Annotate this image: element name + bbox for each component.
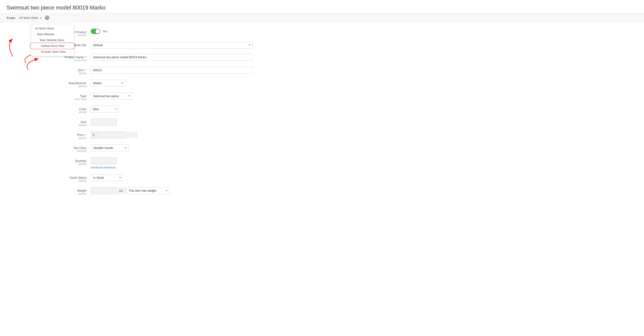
manufacturer-scope: [global]	[43, 85, 86, 87]
stock-status-select[interactable]: In Stock	[91, 174, 123, 181]
weight-row: Weight [global] lbs This item has weight	[43, 187, 253, 195]
arrow-up-icon	[40, 17, 42, 18]
sku-required: *	[85, 68, 86, 72]
enable-product-toggle[interactable]: Yes	[91, 29, 107, 34]
dropdown-item-main-website-store[interactable]: Main Website Store	[31, 37, 74, 43]
price-input[interactable]	[96, 132, 138, 138]
price-label: Price	[77, 133, 84, 137]
type-input-col: Swimsuit two piece	[91, 93, 253, 99]
size-label-col: Size [global]	[43, 119, 91, 126]
manufacturer-row: Manufacturer [global] Marko	[43, 80, 253, 87]
product-name-scope: [store view]	[43, 59, 86, 61]
dropdown-item-default-store-view[interactable]: Default Store View	[31, 43, 74, 49]
manufacturer-label: Manufacturer	[69, 81, 86, 85]
price-currency-symbol: €	[91, 132, 96, 138]
price-row: Price * [global] €	[43, 131, 253, 139]
tax-class-scope: [website]	[43, 150, 86, 152]
sku-label-col: SKU * [global]	[43, 67, 91, 74]
dropdown-item-russian-store-view[interactable]: Russian Store View	[31, 49, 74, 55]
price-label-col: Price * [global]	[43, 131, 91, 139]
stock-status-scope: [global]	[43, 179, 86, 182]
weight-input-wrapper	[91, 187, 117, 194]
page-wrapper: Swimsuit two piece model 80019 Marko Sco…	[0, 0, 644, 336]
weight-input-col: lbs This item has weight	[91, 187, 253, 194]
sku-input[interactable]	[91, 67, 253, 74]
color-row: Color [global] blue	[43, 106, 253, 113]
sku-scope: [global]	[43, 72, 86, 74]
attribute-set-select[interactable]: Default	[91, 42, 253, 48]
quantity-row: Quantity [global] Advanced Inventory	[43, 157, 253, 169]
attribute-set-row: Attribute Set Default	[43, 42, 253, 48]
weight-scope: [global]	[43, 192, 86, 195]
scope-dropdown-button[interactable]: All Store Views	[18, 16, 42, 20]
stock-status-label: Stock Status	[69, 176, 86, 179]
scope-dropdown-menu: All Store Views Main Website Main Websit…	[31, 24, 74, 56]
product-name-required: *	[85, 55, 86, 59]
manufacturer-select[interactable]: Marko	[91, 80, 125, 87]
color-label: Color	[79, 107, 86, 111]
manufacturer-label-col: Manufacturer [global]	[43, 80, 91, 87]
tax-class-row: Tax Class [website] Taxable Goods	[43, 144, 253, 152]
type-label-col: Type [store view]	[43, 93, 91, 100]
color-scope: [global]	[43, 111, 86, 113]
stock-status-row: Stock Status [global] In Stock	[43, 174, 253, 182]
price-input-col: €	[91, 131, 253, 138]
size-select[interactable]	[91, 119, 117, 125]
type-scope: [store view]	[43, 98, 86, 100]
weight-inline-row: lbs This item has weight	[91, 187, 253, 194]
color-label-col: Color [global]	[43, 106, 91, 113]
scope-label: Scope:	[6, 16, 16, 19]
scope-dropdown-area: All Store Views All Store Views Main Web…	[18, 16, 42, 20]
size-label: Size	[80, 120, 86, 124]
sku-input-col	[91, 67, 253, 74]
dropdown-item-main-website[interactable]: Main Website	[31, 31, 74, 37]
scope-current-value: All Store Views	[19, 16, 38, 19]
sku-label: SKU	[78, 68, 84, 72]
weight-label-col: Weight [global]	[43, 187, 91, 195]
help-icon[interactable]: ?	[45, 15, 49, 20]
type-row: Type [store view] Swimsuit two piece	[43, 93, 253, 100]
color-input-col: blue	[91, 106, 253, 112]
price-input-wrapper: €	[91, 131, 125, 138]
scope-bar: Scope: All Store Views All Store Views M…	[0, 13, 644, 22]
sku-row: SKU * [global]	[43, 67, 253, 74]
weight-label: Weight	[77, 189, 86, 192]
weight-type-select[interactable]: This item has weight	[126, 187, 170, 194]
tax-class-label-col: Tax Class [website]	[43, 144, 91, 152]
toggle-thumb	[96, 29, 100, 33]
quantity-label: Quantity	[75, 159, 86, 163]
page-header: Swimsuit two piece model 80019 Marko	[0, 0, 644, 13]
quantity-input-col: Advanced Inventory	[91, 157, 253, 169]
tax-class-select[interactable]: Taxable Goods	[91, 144, 128, 151]
price-scope: [global]	[43, 137, 86, 139]
manufacturer-input-col: Marko	[91, 80, 253, 87]
enable-product-row: Enable Product [website] Yes	[43, 29, 253, 36]
stock-status-input-col: In Stock	[91, 174, 253, 181]
weight-input[interactable]	[91, 187, 132, 194]
price-required: *	[85, 133, 86, 137]
page-title: Swimsuit two piece model 80019 Marko	[6, 4, 638, 11]
quantity-scope: [global]	[43, 163, 86, 165]
advanced-inventory-link[interactable]: Advanced Inventory	[91, 166, 116, 169]
weight-unit: lbs	[119, 189, 123, 192]
quantity-label-col: Quantity [global]	[43, 157, 91, 165]
type-select[interactable]: Swimsuit two piece	[91, 93, 132, 99]
product-name-input[interactable]	[91, 54, 253, 61]
color-select[interactable]: blue	[91, 106, 119, 112]
size-scope: [global]	[43, 124, 86, 126]
size-input-col	[91, 119, 253, 125]
toggle-yes-label: Yes	[102, 29, 107, 33]
enable-product-input-col: Yes	[91, 29, 253, 34]
size-row: Size [global]	[43, 119, 253, 126]
toggle-track[interactable]	[91, 29, 100, 34]
type-label: Type	[80, 94, 86, 98]
stock-status-label-col: Stock Status [global]	[43, 174, 91, 182]
dropdown-item-all-store-views[interactable]: All Store Views	[31, 25, 74, 31]
product-name-row: Product Name * [store view]	[43, 54, 253, 61]
quantity-input[interactable]	[91, 157, 117, 164]
product-name-input-col	[91, 54, 253, 61]
attribute-set-input-col: Default	[91, 42, 253, 48]
tax-class-label: Tax Class	[73, 146, 86, 150]
tax-class-input-col: Taxable Goods	[91, 144, 253, 151]
